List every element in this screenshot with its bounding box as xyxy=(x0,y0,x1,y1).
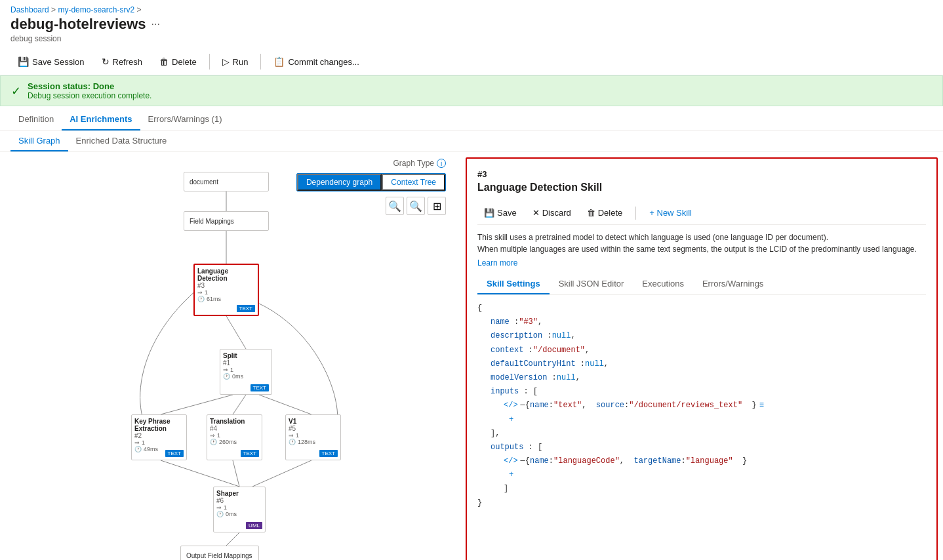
code-outputs-line: outputs : [ xyxy=(491,441,926,454)
zoom-out-button[interactable]: 🔍 xyxy=(407,197,425,215)
add-input-icon[interactable]: + xyxy=(509,414,513,426)
code-area: { name : "#3" , description : null , con… xyxy=(477,302,926,510)
skill-discard-icon: ✕ xyxy=(532,208,540,218)
node-split-id: #1 xyxy=(223,359,269,367)
delete-button[interactable]: 🗑 Delete xyxy=(152,52,204,71)
skill-delete-button[interactable]: 🗑 Delete xyxy=(580,205,630,220)
tab-definition[interactable]: Definition xyxy=(10,109,62,130)
expand-icon[interactable]: </> xyxy=(504,399,518,412)
code-output-item: </> — { name : "languageCode" , targetNa… xyxy=(504,454,926,468)
svg-line-5 xyxy=(259,395,311,414)
code-outputs-add[interactable]: + xyxy=(504,468,926,482)
breadcrumb-service[interactable]: my-demo-search-srv2 xyxy=(58,5,134,14)
node-split-badge: TEXT xyxy=(251,384,269,391)
node-fieldmappings-label: Field Mappings xyxy=(190,218,234,225)
skill-tab-settings[interactable]: Skill Settings xyxy=(477,274,550,294)
commit-icon: 📋 xyxy=(273,56,285,67)
code-outputs-close-bracket: ] xyxy=(504,482,926,496)
node-translation-title: Translation xyxy=(210,418,259,425)
node-v1[interactable]: V1 #5 ⇒ 1 🕐 128ms TEXT xyxy=(285,414,341,460)
tab-ai-enrichments[interactable]: AI Enrichments xyxy=(62,109,140,130)
node-field-mappings[interactable]: Field Mappings xyxy=(184,211,269,231)
status-bar: ✓ Session status: Done Debug session exe… xyxy=(0,75,943,106)
skill-save-button[interactable]: 💾 Save xyxy=(477,205,523,220)
node-v1-id: #5 xyxy=(289,425,338,432)
skill-graph-panel: Graph Type i Dependency graph Context Tr… xyxy=(0,152,466,560)
tab-errors-warnings[interactable]: Errors/Warnings (1) xyxy=(140,109,230,130)
graph-zoom-controls: 🔍 🔍 ⊞ xyxy=(386,197,446,215)
sub-tab-skill-graph[interactable]: Skill Graph xyxy=(10,131,68,151)
zoom-fit-button[interactable]: ⊞ xyxy=(428,197,446,215)
refresh-icon: ↻ xyxy=(102,56,110,67)
node-lang-detect[interactable]: Language Detection #3 ⇒ 1 🕐 61ms TEXT xyxy=(193,264,259,316)
info-icon: i xyxy=(437,159,446,168)
skill-toolbar: 💾 Save ✕ Discard 🗑 Delete + New Skill xyxy=(477,201,926,225)
skill-title: Language Detection Skill xyxy=(477,182,926,193)
node-shaper-title: Shaper xyxy=(216,490,262,497)
skill-tab-json[interactable]: Skill JSON Editor xyxy=(550,274,633,294)
skill-save-icon: 💾 xyxy=(484,208,494,218)
code-inputs-line: inputs : [ xyxy=(491,385,926,399)
node-lang-detect-badge: TEXT xyxy=(237,305,255,312)
code-inputs-add[interactable]: + xyxy=(504,413,926,427)
code-open-brace: { xyxy=(477,302,926,315)
context-tree-toggle[interactable]: Context Tree xyxy=(382,174,445,191)
node-keyphrases-title: Key Phrase Extraction xyxy=(134,418,184,432)
save-session-button[interactable]: 💾 Save Session xyxy=(10,52,92,71)
toolbar-separator xyxy=(209,54,210,70)
node-lang-detect-inputs: ⇒ 1 xyxy=(197,289,255,296)
list-icon[interactable]: ≡ xyxy=(759,399,764,412)
node-lang-detect-title: Language Detection xyxy=(197,268,255,282)
skill-number: #3 xyxy=(477,169,926,179)
node-v1-badge: TEXT xyxy=(319,450,338,457)
node-key-phrases[interactable]: Key Phrase Extraction #2 ⇒ 1 🕐 49ms TEXT xyxy=(131,414,187,460)
graph-type-label: Graph Type i xyxy=(393,159,446,168)
main-tabs: Definition AI Enrichments Errors/Warning… xyxy=(0,109,943,131)
commit-button[interactable]: 📋 Commit changes... xyxy=(266,52,366,71)
svg-line-4 xyxy=(233,395,246,414)
toolbar: 💾 Save Session ↻ Refresh 🗑 Delete ▷ Run … xyxy=(0,49,943,75)
code-close-brace: } xyxy=(477,496,926,510)
skill-tab-errors[interactable]: Errors/Warnings xyxy=(693,274,772,294)
run-button[interactable]: ▷ Run xyxy=(215,52,256,71)
skill-tab-executions[interactable]: Executions xyxy=(633,274,693,294)
learn-more-link[interactable]: Learn more xyxy=(477,258,517,268)
zoom-in-button[interactable]: 🔍 xyxy=(386,197,404,215)
run-icon: ▷ xyxy=(222,56,230,67)
status-text-sub: Debug session execution complete. xyxy=(28,91,151,100)
node-shaper-badge: UML xyxy=(246,522,262,529)
sub-tab-enriched-data[interactable]: Enriched Data Structure xyxy=(68,131,175,151)
more-options-button[interactable]: ··· xyxy=(151,18,160,30)
node-document-label: document xyxy=(190,178,218,186)
code-modelversion-line: modelVersion : null , xyxy=(491,371,926,385)
node-translation[interactable]: Translation #4 ⇒ 1 🕐 260ms TEXT xyxy=(207,414,262,460)
breadcrumb: Dashboard > my-demo-search-srv2 > xyxy=(0,0,943,16)
page-subtitle: debug session xyxy=(0,34,943,49)
add-output-icon[interactable]: + xyxy=(509,469,513,481)
node-document[interactable]: document xyxy=(184,172,269,191)
breadcrumb-dashboard[interactable]: Dashboard xyxy=(10,5,49,14)
status-icon: ✓ xyxy=(11,84,21,98)
svg-line-6 xyxy=(161,460,239,487)
skill-new-button[interactable]: + New Skill xyxy=(643,205,698,220)
node-keyphrases-id: #2 xyxy=(134,432,184,439)
node-output-mappings[interactable]: Output Field Mappings xyxy=(180,546,259,560)
node-shaper[interactable]: Shaper #6 ⇒ 1 🕐 0ms UML xyxy=(213,487,266,532)
node-translation-id: #4 xyxy=(210,425,259,432)
node-split[interactable]: Split #1 ⇒ 1 🕐 0ms TEXT xyxy=(220,349,272,395)
skill-discard-button[interactable]: ✕ Discard xyxy=(526,205,578,220)
svg-line-3 xyxy=(161,395,233,414)
graph-type-toggle: Dependency graph Context Tree xyxy=(296,173,446,191)
dependency-graph-toggle[interactable]: Dependency graph xyxy=(297,174,382,191)
content-area: Graph Type i Dependency graph Context Tr… xyxy=(0,152,943,560)
delete-icon: 🗑 xyxy=(159,56,169,67)
skill-detail-panel: #3 Language Detection Skill 💾 Save ✕ Dis… xyxy=(466,157,938,560)
node-split-title: Split xyxy=(223,352,269,359)
node-translation-badge: TEXT xyxy=(241,450,259,457)
status-text-main: Session status: Done xyxy=(28,81,151,91)
output-expand-icon[interactable]: </> xyxy=(504,455,518,468)
refresh-button[interactable]: ↻ Refresh xyxy=(94,52,150,71)
sub-tabs: Skill Graph Enriched Data Structure xyxy=(0,131,943,152)
skill-tabs: Skill Settings Skill JSON Editor Executi… xyxy=(477,274,926,295)
svg-line-7 xyxy=(233,460,239,487)
